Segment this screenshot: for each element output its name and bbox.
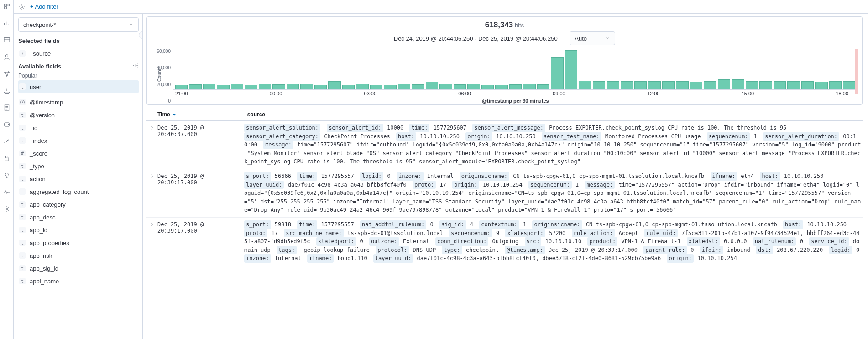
histogram-bar[interactable] [272,84,285,89]
partial-bucket-marker [855,49,858,94]
histogram-bar[interactable] [439,84,452,89]
field-key: origin: [667,254,694,263]
histogram-bar[interactable] [690,82,702,89]
histogram-bar[interactable] [481,85,494,89]
histogram-bar[interactable] [634,81,647,89]
field-item[interactable]: tapp_sig_id [18,262,139,275]
histogram-bar[interactable] [579,81,591,89]
field-item[interactable]: tapp_risk [18,249,139,262]
histogram-bar[interactable] [829,81,842,89]
filter-options-icon[interactable] [18,3,26,10]
histogram-bar[interactable] [231,84,243,89]
histogram-bar[interactable] [662,81,675,89]
field-item[interactable]: tappi_name [18,275,139,287]
field-type-icon: t [19,125,26,131]
histogram-bar[interactable] [648,81,660,89]
doc-icon[interactable] [3,104,10,113]
histogram-bar[interactable] [593,81,605,89]
devtools-icon[interactable] [3,121,10,130]
index-pattern-select[interactable]: checkpoint-* [18,17,139,32]
field-item[interactable]: tapp_desc [18,211,139,224]
interval-select[interactable]: Auto [570,31,615,45]
histogram-bar[interactable] [746,81,758,89]
field-item[interactable]: @timestamp [18,96,139,109]
histogram-bar[interactable] [718,79,730,89]
field-item[interactable]: tuser [18,80,139,93]
field-key: rule_uid: [644,229,678,238]
histogram-bar[interactable] [509,84,522,89]
column-header-time[interactable]: Time [157,111,244,118]
lock-icon[interactable] [3,155,10,163]
sidebar-collapse-button[interactable] [139,31,143,39]
add-filter-button[interactable]: + Add filter [30,3,58,10]
histogram-bar[interactable] [189,84,201,89]
histogram-bar[interactable] [454,84,466,89]
field-item[interactable]: t_type [18,160,139,172]
histogram-bars[interactable] [173,49,858,90]
histogram-bar[interactable] [287,84,299,89]
histogram-bar[interactable] [774,81,786,89]
field-item[interactable]: #_score [18,147,139,160]
histogram-bar[interactable] [815,82,827,89]
histogram-bar[interactable] [175,85,188,89]
histogram-bar[interactable] [565,50,577,89]
svg-rect-1 [7,4,9,6]
field-item[interactable]: tapp_properties [18,236,139,249]
histogram-bar[interactable] [467,84,480,89]
expand-row-button[interactable] [146,172,157,214]
expand-row-button[interactable] [146,220,157,263]
histogram-bar[interactable] [398,84,410,89]
gear-icon[interactable] [133,63,139,70]
field-value: dae7f01c-4c98-4c3a-a643-bfbb8fcf40f0 [284,182,410,188]
metrics-icon[interactable] [3,138,10,146]
histogram-bar[interactable] [356,84,368,89]
histogram-bar[interactable] [203,84,215,89]
ship-icon[interactable] [3,87,10,96]
field-item[interactable]: t_id [18,121,139,134]
graph-icon[interactable] [3,70,10,79]
field-item[interactable]: t@version [18,109,139,121]
histogram-bar[interactable] [759,81,772,89]
histogram-bar[interactable] [370,85,382,89]
table-row: Dec 25, 2019 @ 20:39:17.000s_port: 59818… [146,218,863,266]
field-item[interactable]: taction [18,172,139,185]
dashboard-icon[interactable] [3,37,10,45]
histogram-bar[interactable] [495,85,507,89]
histogram-bar[interactable] [426,82,438,89]
field-item[interactable]: t_index [18,134,139,147]
histogram-bar[interactable] [217,85,229,89]
histogram-bar[interactable] [801,81,814,89]
field-item[interactable]: tapp_id [18,224,139,236]
settings-icon[interactable] [3,205,10,214]
histogram-bar[interactable] [328,81,340,89]
field-value: Outgoing [489,238,522,245]
histogram-bar[interactable] [732,79,744,89]
histogram-bar[interactable] [551,57,563,89]
histogram-bar[interactable] [259,84,271,89]
heartbeat-icon[interactable] [3,188,10,197]
histogram-bar[interactable] [787,81,800,89]
expand-row-button[interactable] [146,124,157,166]
histogram-bar[interactable] [676,81,688,89]
column-header-source[interactable]: _source [244,111,863,118]
users-icon[interactable] [3,53,10,62]
histogram-bar[interactable] [621,81,633,89]
histogram-bar[interactable] [245,85,257,89]
histogram-bar[interactable] [537,84,549,89]
field-value: time="1577295607" ifdir="outbound" logui… [244,141,861,165]
histogram-bar[interactable] [412,84,424,89]
visualize-icon[interactable] [3,20,10,28]
histogram-bar[interactable] [843,81,855,89]
histogram-bar[interactable] [523,84,535,89]
field-item[interactable]: ?_source [18,47,139,60]
histogram-bar[interactable] [704,81,716,89]
field-item[interactable]: tapp_category [18,198,139,211]
histogram-bar[interactable] [300,84,313,89]
bulb-icon[interactable] [3,172,10,180]
histogram-bar[interactable] [384,85,396,89]
field-item[interactable]: taggregated_log_count [18,185,139,198]
histogram-bar[interactable] [342,85,355,89]
discover-icon[interactable] [3,3,10,11]
histogram-bar[interactable] [607,81,619,89]
histogram-bar[interactable] [314,85,327,89]
